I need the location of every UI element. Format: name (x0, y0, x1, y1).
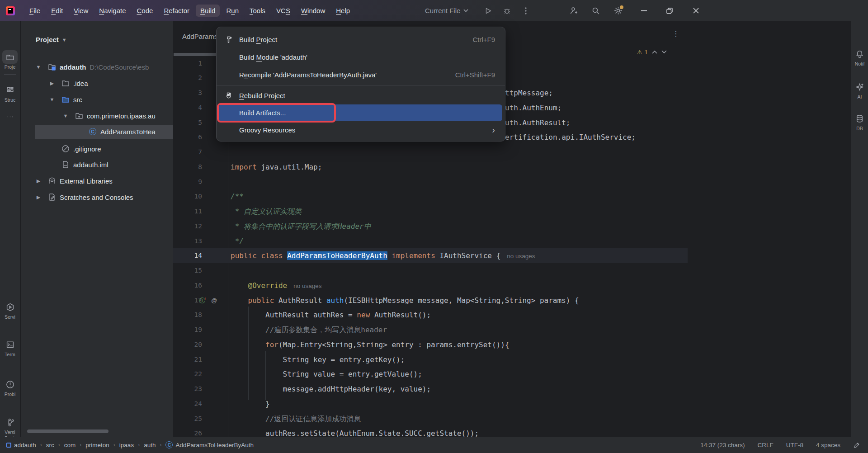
indent-widget[interactable]: 4 spaces (816, 442, 840, 448)
breadcrumb-item-com[interactable]: com (64, 442, 76, 448)
breadcrumb-item-addparamstoheaderbyauth[interactable]: CAddParamsToHeaderByAuth (165, 441, 254, 448)
tree-item-com-primeton-ipaas-au[interactable]: ▼com.primeton.ipaas.au (21, 109, 173, 123)
menubar-item-navigate[interactable]: Navigate (94, 5, 130, 17)
chevron-collapsed-icon[interactable]: ▶ (36, 178, 41, 184)
code-with-me-button[interactable] (566, 0, 581, 21)
run-button[interactable] (481, 0, 496, 21)
caret-position-widget[interactable]: 14:37 (23 chars) (700, 442, 745, 448)
breadcrumb-item-auth[interactable]: auth (144, 442, 156, 448)
line-number[interactable]: 26 (173, 426, 202, 437)
sidebar-item-proje[interactable]: Proje (0, 50, 20, 70)
inspections-widget[interactable]: ⚠1 (637, 48, 667, 56)
search-everywhere-button[interactable] (588, 0, 604, 21)
inlay-hint-no-usages[interactable]: no usages (507, 253, 535, 260)
tree-item-external-libraries[interactable]: ▶External Libraries (21, 174, 173, 188)
menu-item-rebuild-project[interactable]: Rebuild Project (217, 87, 505, 104)
menu-item-build-project[interactable]: Build ProjectCtrl+F9 (217, 31, 505, 48)
breadcrumb-item-src[interactable]: src (46, 442, 54, 448)
line-number[interactable]: 18 (173, 307, 202, 322)
line-number[interactable]: 7 (173, 145, 202, 160)
run-configuration-selector[interactable]: Current File (425, 0, 468, 21)
settings-gear-icon[interactable] (610, 0, 626, 21)
line-number[interactable]: 10 (173, 189, 202, 204)
tree-item-addparamstohea[interactable]: CAddParamsToHea (21, 125, 173, 138)
more-actions-button[interactable] (518, 0, 533, 21)
breadcrumb-item-primeton[interactable]: primeton (85, 442, 109, 448)
line-number[interactable]: 12 (173, 219, 202, 234)
sidebar-item-term[interactable]: Term (0, 338, 20, 357)
restore-button[interactable] (657, 0, 682, 21)
line-number[interactable]: 3 (173, 85, 202, 100)
line-number[interactable]: 14 (173, 248, 202, 263)
menubar-item-build[interactable]: Build (196, 5, 220, 17)
sidebar-item-probl[interactable]: Probl (0, 378, 20, 397)
line-number[interactable]: 8 (173, 160, 202, 175)
chevron-expanded-icon[interactable]: ▼ (49, 97, 55, 102)
minimize-button[interactable] (631, 0, 656, 21)
menubar-item-help[interactable]: Help (331, 5, 354, 17)
implementing-method-icon[interactable]: I↑ (199, 297, 207, 304)
sidebar-item-servi[interactable]: Servi (0, 300, 20, 320)
line-number[interactable]: 23 (173, 382, 202, 396)
menu-item-groovy-resources[interactable]: Groovy Resources› (217, 121, 505, 139)
line-number[interactable]: 19 (173, 322, 202, 337)
line-number[interactable]: 13 (173, 234, 202, 249)
line-number[interactable]: 1 (173, 56, 202, 71)
annotation-gutter-icon[interactable]: @ (210, 297, 218, 304)
line-number[interactable]: 5 (173, 115, 202, 130)
project-horizontal-scrollbar[interactable] (27, 429, 108, 433)
line-number[interactable]: 24 (173, 396, 202, 411)
menubar-item-run[interactable]: Run (222, 5, 243, 17)
menubar-item-view[interactable]: View (69, 5, 93, 17)
tree-item-addauth[interactable]: ▼addauthD:\CodeSource\esb (21, 60, 173, 74)
menubar-item-refactor[interactable]: Refactor (159, 5, 194, 17)
breadcrumb[interactable]: addauth›src›com›primeton›ipaas›auth›CAdd… (6, 441, 254, 448)
menubar-item-file[interactable]: File (25, 5, 45, 17)
project-view-selector[interactable]: Project ▼ (36, 36, 67, 43)
line-number[interactable]: 11 (173, 204, 202, 219)
line-number[interactable]: 16 (173, 278, 202, 293)
line-number[interactable]: 17 (173, 293, 202, 308)
tree-item-src[interactable]: ▼src (21, 93, 173, 106)
menubar-item-tools[interactable]: Tools (245, 5, 270, 17)
menubar-item-code[interactable]: Code (132, 5, 158, 17)
debug-button[interactable] (499, 0, 514, 21)
line-number[interactable]: 9 (173, 175, 202, 189)
line-number[interactable]: 25 (173, 411, 202, 426)
line-number[interactable]: 2 (173, 71, 202, 85)
sidebar-item-ai[interactable]: AI (851, 80, 868, 99)
inlay-hint-no-usages[interactable]: no usages (293, 283, 321, 289)
chevron-expanded-icon[interactable]: ▼ (63, 113, 68, 118)
line-number[interactable]: 20 (173, 337, 202, 352)
sidebar-item-struc[interactable]: Struc (0, 83, 20, 103)
chevron-collapsed-icon[interactable]: ▶ (36, 194, 41, 200)
menu-item-build-module-addauth-[interactable]: Build Module 'addauth' (217, 48, 505, 66)
menubar-item-vcs[interactable]: VCS (272, 5, 295, 17)
next-issue-chevron-icon[interactable] (661, 50, 667, 54)
close-button[interactable] (683, 0, 708, 21)
line-number[interactable]: 15 (173, 263, 202, 278)
tree-item-addauth-iml[interactable]: addauth.iml (21, 158, 173, 171)
sidebar-item-more[interactable] (0, 110, 20, 123)
prev-issue-chevron-icon[interactable] (652, 50, 657, 54)
sidebar-item-db[interactable]: DB (851, 112, 868, 131)
menubar-item-edit[interactable]: Edit (47, 5, 67, 17)
chevron-collapsed-icon[interactable]: ▶ (49, 80, 55, 86)
line-number[interactable]: 6 (173, 130, 202, 145)
line-separator-widget[interactable]: CRLF (757, 442, 773, 448)
editor-tab-addparamstoheaderbyauth[interactable]: AddParamsToHe (182, 33, 216, 40)
chevron-expanded-icon[interactable]: ▼ (36, 64, 41, 70)
breadcrumb-item-addauth[interactable]: addauth (6, 442, 36, 448)
line-number[interactable]: 4 (173, 100, 202, 115)
encoding-widget[interactable]: UTF-8 (786, 442, 803, 448)
line-number[interactable]: 21 (173, 352, 202, 367)
tree-item--idea[interactable]: ▶.idea (21, 76, 173, 90)
line-number[interactable]: 22 (173, 367, 202, 382)
breadcrumb-item-ipaas[interactable]: ipaas (119, 442, 134, 448)
readonly-toggle-icon[interactable] (853, 442, 860, 448)
sidebar-item-notif[interactable]: Notif (851, 47, 868, 66)
tree-item-scratches-and-consoles[interactable]: ▶Scratches and Consoles (21, 190, 173, 204)
menu-item-recompile-addparamstoheaderbyauth-java-[interactable]: Recompile 'AddParamsToHeaderByAuth.java'… (217, 66, 505, 84)
tree-item--gitignore[interactable]: .gitignore (21, 142, 173, 156)
editor-options-kebab-icon[interactable]: ⋮ (672, 29, 679, 38)
